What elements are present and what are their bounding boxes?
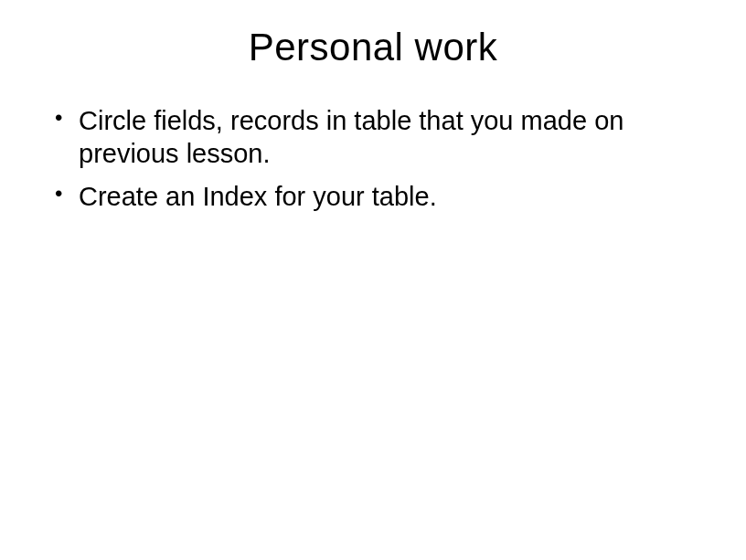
- bullet-list: Circle fields, records in table that you…: [46, 104, 700, 213]
- slide-container: Personal work Circle fields, records in …: [0, 0, 746, 560]
- slide-title: Personal work: [46, 26, 700, 69]
- list-item: Circle fields, records in table that you…: [49, 104, 700, 171]
- list-item: Create an Index for your table.: [49, 180, 700, 213]
